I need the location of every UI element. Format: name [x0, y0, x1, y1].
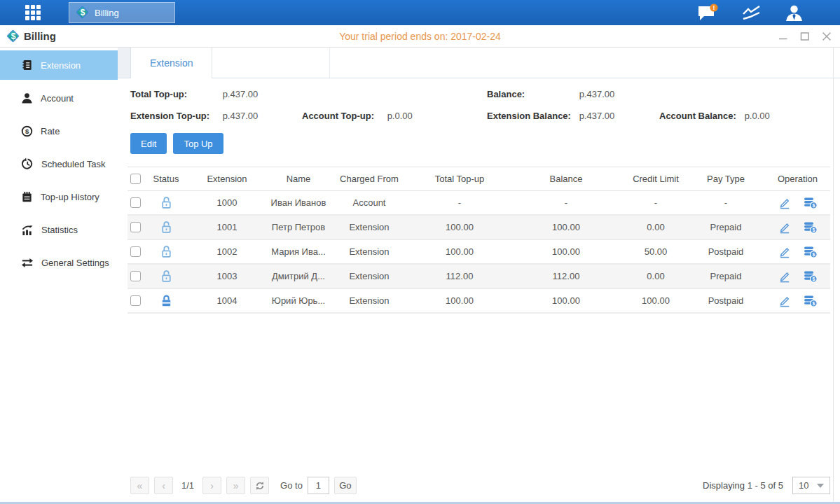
summary-account-topup: Account Top-up: p.0.00 — [302, 111, 487, 121]
sidebar: Extension Account $ Rate Scheduled Task — [0, 48, 118, 504]
row-checkbox[interactable] — [130, 246, 141, 257]
row-checkbox[interactable] — [130, 197, 141, 208]
pay-type-cell: Prepaid — [687, 271, 765, 281]
svg-text:$: $ — [812, 301, 815, 307]
lock-open-icon — [160, 196, 172, 209]
extension-cell: 1001 — [184, 222, 270, 232]
window-title: Billing — [24, 30, 56, 42]
close-icon[interactable] — [822, 31, 832, 41]
edit-row-icon[interactable] — [778, 270, 791, 283]
chart-bars-icon — [21, 224, 34, 236]
topup-row-icon[interactable]: $ — [804, 270, 818, 283]
credit-limit-cell: 0.00 — [625, 271, 687, 281]
summary-value: p.437.00 — [223, 89, 259, 99]
status-icon[interactable] — [160, 270, 172, 283]
charged-from-cell: Extension — [326, 295, 412, 306]
page-indicator: 1/1 — [178, 480, 198, 491]
row-checkbox[interactable] — [130, 295, 141, 306]
status-icon[interactable] — [160, 245, 172, 258]
billing-app-icon — [76, 6, 90, 20]
person-icon — [21, 92, 33, 104]
edit-row-icon[interactable] — [778, 221, 791, 234]
edit-row-icon[interactable] — [778, 246, 791, 258]
select-all-checkbox[interactable] — [130, 174, 141, 184]
topup-row-icon[interactable]: $ — [804, 221, 818, 234]
page-size-select[interactable]: 10 — [792, 477, 830, 494]
topup-row-icon[interactable]: $ — [804, 197, 818, 209]
credit-limit-cell: 100.00 — [625, 295, 687, 306]
extension-cell: 1004 — [184, 295, 270, 306]
edit-button[interactable]: Edit — [130, 133, 167, 154]
row-checkbox[interactable] — [130, 271, 141, 281]
summary-label: Balance: — [487, 89, 577, 99]
status-icon[interactable] — [160, 196, 172, 209]
top-up-button[interactable]: Top Up — [173, 133, 223, 154]
sidebar-item-rate[interactable]: $ Rate — [0, 116, 118, 146]
tab-extension[interactable]: Extension — [130, 48, 212, 78]
lock-open-icon — [160, 245, 172, 258]
svg-text:$: $ — [812, 227, 815, 233]
lock-open-icon — [160, 270, 172, 283]
summary-value: p.437.00 — [579, 111, 615, 121]
pay-type-cell: Postpaid — [687, 246, 765, 257]
sidebar-item-label: Statistics — [41, 225, 78, 235]
sidebar-item-label: Scheduled Task — [41, 159, 106, 169]
last-page-button[interactable]: » — [226, 477, 245, 494]
name-cell: Петр Петров — [270, 222, 326, 232]
notepad-icon — [21, 191, 33, 203]
maximize-icon[interactable] — [800, 31, 810, 41]
summary-balance: Balance: p.437.00 — [487, 89, 830, 99]
sidebar-item-label: Top-up History — [41, 192, 99, 202]
sidebar-item-topup-history[interactable]: Top-up History — [0, 182, 118, 211]
sidebar-item-statistics[interactable]: Statistics — [0, 215, 118, 244]
charged-from-cell: Account — [326, 197, 412, 208]
notifications-icon[interactable]: ! — [696, 4, 718, 22]
sidebar-item-extension[interactable]: Extension — [0, 50, 118, 80]
header-extension: Extension — [184, 174, 270, 184]
row-checkbox[interactable] — [130, 222, 141, 232]
user-account-icon[interactable] — [785, 4, 804, 22]
name-cell: Дмитрий Д... — [270, 271, 326, 281]
topup-row-icon[interactable]: $ — [804, 246, 818, 258]
credit-limit-cell: 50.00 — [625, 246, 687, 257]
first-page-button[interactable]: « — [130, 477, 149, 494]
trial-notice: Your trial period ends on: 2017-02-24 — [0, 31, 840, 42]
sidebar-item-label: General Settings — [41, 258, 109, 268]
lock-closed-icon — [160, 294, 172, 307]
total-topup-cell: 112.00 — [412, 271, 507, 281]
clock-history-icon — [21, 158, 34, 170]
go-button[interactable]: Go — [334, 477, 357, 494]
status-icon[interactable] — [160, 294, 172, 307]
tab-label: Extension — [150, 57, 193, 69]
total-topup-cell: 100.00 — [412, 295, 507, 306]
summary-value: p.437.00 — [223, 111, 259, 121]
sidebar-item-account[interactable]: Account — [0, 83, 118, 113]
sidebar-item-scheduled-task[interactable]: Scheduled Task — [0, 149, 118, 178]
apps-grid-icon[interactable] — [25, 5, 41, 20]
window-titlebar: Billing Your trial period ends on: 2017-… — [0, 25, 840, 48]
topup-row-icon[interactable]: $ — [804, 295, 818, 307]
table-row: 1003 Дмитрий Д... Extension 112.00 112.0… — [128, 265, 830, 289]
summary-value: p.0.00 — [387, 111, 413, 121]
summary-label: Account Balance: — [659, 111, 742, 121]
refresh-button[interactable] — [250, 477, 269, 494]
next-page-button[interactable]: › — [202, 477, 221, 494]
sidebar-item-label: Rate — [41, 126, 60, 136]
goto-page-input[interactable] — [308, 477, 329, 494]
header-status: Status — [149, 174, 184, 184]
statistics-chart-icon[interactable] — [742, 5, 761, 21]
edit-row-icon[interactable] — [778, 295, 791, 307]
table-header: Status Extension Name Charged From Total… — [128, 167, 830, 191]
taskbar-tab-billing[interactable]: Billing — [69, 2, 175, 23]
billing-summary: Total Top-up: p.437.00 Balance: p.437.00… — [118, 78, 840, 121]
prev-page-button[interactable]: ‹ — [154, 477, 173, 494]
summary-value: p.437.00 — [579, 89, 615, 99]
summary-label: Total Top-up: — [130, 89, 220, 99]
charged-from-cell: Extension — [326, 222, 412, 232]
status-icon[interactable] — [160, 220, 172, 234]
summary-label: Account Top-up: — [302, 111, 385, 121]
edit-row-icon[interactable] — [778, 197, 791, 209]
extension-cell: 1002 — [184, 246, 270, 257]
sidebar-item-general-settings[interactable]: General Settings — [0, 248, 118, 277]
minimize-icon[interactable] — [778, 31, 788, 41]
